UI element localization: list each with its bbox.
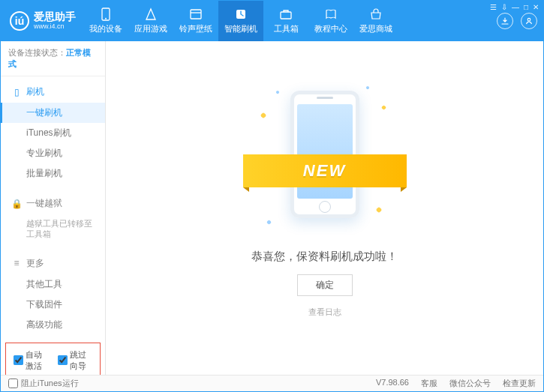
sidebar-item-itunes[interactable]: iTunes刷机 — [1, 123, 105, 143]
section-more[interactable]: ≡更多 — [1, 253, 105, 274]
toolbox-icon — [279, 7, 293, 21]
section-flash[interactable]: ▯刷机 — [1, 81, 105, 103]
app-logo: iú 爱思助手 www.i4.cn — [1, 1, 83, 41]
lock-icon[interactable]: ⇩ — [501, 3, 507, 11]
nav-flash[interactable]: 智能刷机 — [218, 1, 263, 41]
checkbox-block-itunes[interactable]: 阻止iTunes运行 — [8, 378, 79, 389]
checkbox-auto-activate[interactable]: 自动激活 — [14, 349, 49, 372]
sidebar-item-oneclick[interactable]: 一键刷机 — [1, 103, 105, 123]
sidebar-item-batch[interactable]: 批量刷机 — [1, 163, 105, 184]
sidebar: 设备连接状态：正常模式 ▯刷机 一键刷机 iTunes刷机 专业刷机 批量刷机 … — [1, 41, 106, 375]
app-header: iú 爱思助手 www.i4.cn 我的设备 应用游戏 铃声壁纸 智能刷机 工具… — [1, 1, 543, 41]
sidebar-item-download[interactable]: 下载固件 — [1, 295, 105, 315]
sidebar-item-other[interactable]: 其他工具 — [1, 274, 105, 295]
checkbox-skip-guide[interactable]: 跳过向导 — [58, 349, 93, 372]
user-button[interactable] — [521, 13, 537, 29]
sidebar-item-advanced[interactable]: 高级功能 — [1, 315, 105, 335]
section-jailbreak[interactable]: 🔒一键越狱 — [1, 193, 105, 214]
phone-small-icon: ▯ — [11, 87, 22, 97]
wechat-link[interactable]: 微信公众号 — [449, 378, 491, 389]
nav-ringtones[interactable]: 铃声壁纸 — [173, 1, 218, 41]
main-nav: 我的设备 应用游戏 铃声壁纸 智能刷机 工具箱 教程中心 爱思商城 — [83, 1, 398, 41]
jailbreak-note: 越狱工具已转移至工具箱 — [1, 214, 105, 244]
app-url: www.i4.cn — [34, 23, 76, 31]
download-button[interactable] — [497, 13, 513, 29]
svg-point-1 — [105, 18, 107, 19]
more-icon: ≡ — [11, 258, 22, 268]
success-illustration: NEW — [261, 83, 389, 233]
view-log-link[interactable]: 查看日志 — [308, 307, 341, 318]
svg-rect-4 — [281, 12, 291, 19]
support-link[interactable]: 客服 — [421, 378, 437, 389]
ok-button[interactable]: 确定 — [297, 274, 353, 296]
new-ribbon: NEW — [243, 154, 407, 187]
minimize-icon[interactable]: — — [512, 3, 519, 11]
logo-icon: iú — [10, 11, 29, 31]
nav-apps[interactable]: 应用游戏 — [128, 1, 173, 41]
version-label: V7.98.66 — [376, 378, 409, 389]
nav-my-device[interactable]: 我的设备 — [83, 1, 128, 41]
window-controls: ☰ ⇩ — □ ✕ — [490, 3, 539, 11]
nav-toolbox[interactable]: 工具箱 — [263, 1, 308, 41]
maximize-icon[interactable]: □ — [524, 3, 528, 11]
close-icon[interactable]: ✕ — [533, 3, 539, 11]
nav-tutorials[interactable]: 教程中心 — [308, 1, 353, 41]
svg-rect-2 — [191, 10, 201, 19]
options-box: 自动激活 跳过向导 — [5, 343, 101, 379]
sidebar-item-pro[interactable]: 专业刷机 — [1, 143, 105, 163]
status-bar: 阻止iTunes运行 V7.98.66 客服 微信公众号 检查更新 — [1, 375, 543, 391]
phone-icon — [99, 7, 113, 21]
nav-store[interactable]: 爱思商城 — [353, 1, 398, 41]
store-icon — [369, 7, 383, 21]
check-update-link[interactable]: 检查更新 — [503, 378, 536, 389]
apps-icon — [144, 7, 158, 21]
wallpaper-icon — [189, 7, 203, 21]
success-message: 恭喜您，保资料刷机成功啦！ — [251, 250, 398, 264]
book-icon — [324, 7, 338, 21]
svg-point-5 — [527, 18, 530, 21]
lock-small-icon: 🔒 — [11, 199, 22, 209]
flash-icon — [234, 7, 248, 21]
menu-icon[interactable]: ☰ — [490, 3, 497, 11]
app-name: 爱思助手 — [34, 11, 76, 22]
main-content: NEW 恭喜您，保资料刷机成功啦！ 确定 查看日志 — [106, 41, 543, 375]
connection-status: 设备连接状态：正常模式 — [1, 41, 105, 76]
